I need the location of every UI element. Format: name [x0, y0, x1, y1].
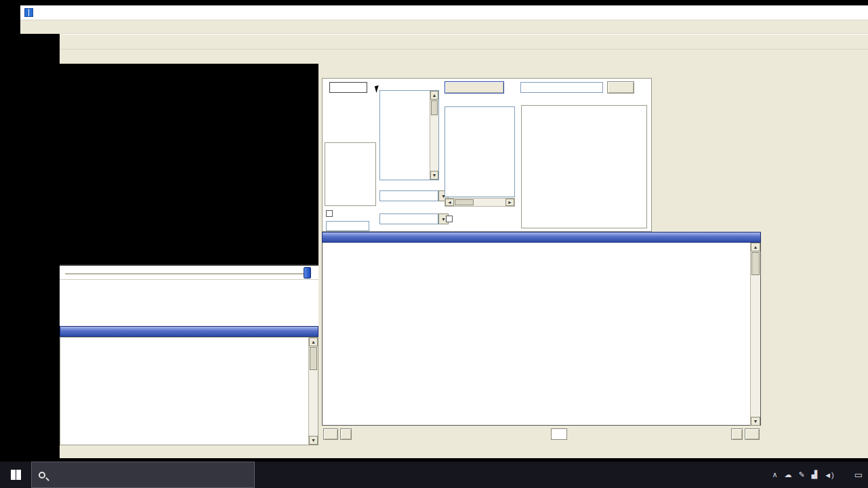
chart-notes-area: [60, 279, 318, 326]
procedure-list-button[interactable]: [445, 81, 504, 94]
app-icon: [24, 8, 33, 17]
scroll-down-icon[interactable]: ▼: [751, 417, 760, 426]
menubar: [20, 20, 868, 34]
first-page-button[interactable]: [323, 428, 338, 440]
prognosis-dropdown[interactable]: ▼: [379, 190, 449, 201]
entry-status-group: [325, 142, 376, 206]
tooth-chart[interactable]: [60, 64, 318, 264]
scroll-up-icon[interactable]: ▲: [751, 243, 760, 251]
volume-icon[interactable]: ◄): [824, 471, 834, 479]
tooth-number-input[interactable]: [329, 82, 367, 93]
clinic-table-header: [322, 232, 761, 243]
titlebar: [20, 5, 868, 20]
procedure-list-hscrollbar[interactable]: ◄ ►: [445, 198, 515, 207]
scroll-thumb[interactable]: [455, 199, 474, 205]
clinic-treatment-table: ▲ ▼: [322, 232, 761, 426]
treatment-plans-checkbox-row[interactable]: [446, 216, 455, 222]
priority-value: [379, 214, 438, 224]
scroll-thumb[interactable]: [310, 347, 317, 370]
page-number-box[interactable]: [551, 428, 567, 440]
scroll-left-icon[interactable]: ◄: [445, 199, 454, 206]
diagnosis-list[interactable]: ▲ ▼: [379, 90, 439, 180]
hidden-icons-chevron-icon[interactable]: ∧: [772, 470, 777, 479]
scroll-down-icon[interactable]: ▼: [309, 436, 318, 445]
priority-dropdown[interactable]: ▼: [379, 214, 449, 224]
chart-date-slider: [60, 264, 318, 279]
scroll-down-icon[interactable]: ▼: [430, 171, 438, 180]
scroll-thumb[interactable]: [431, 100, 438, 115]
windows-logo-icon: [11, 470, 21, 480]
notification-center-icon[interactable]: ▭: [854, 470, 863, 480]
enter-treatment-panel: ▲ ▼ ▼ ▼: [322, 78, 652, 232]
scroll-right-icon[interactable]: ►: [505, 199, 514, 206]
today-checkbox[interactable]: [326, 210, 333, 217]
screen: ▲ ▼ ▲: [0, 0, 868, 488]
scroll-up-icon[interactable]: ▲: [430, 91, 438, 100]
search-icon: [39, 472, 45, 479]
toolbar-second: [60, 49, 868, 64]
single-click-group: [521, 105, 647, 228]
taskbar: ∧ ☁ ✎ ▟ ◄) ▭: [0, 462, 868, 488]
procedure-category-list[interactable]: [445, 106, 515, 197]
app-window: ▲ ▼ ▲: [20, 5, 868, 458]
start-button[interactable]: [0, 462, 31, 488]
system-tray: ∧ ☁ ✎ ▟ ◄) ▭: [772, 470, 868, 480]
onedrive-icon[interactable]: ☁: [784, 470, 791, 479]
sidebar: [20, 34, 60, 458]
network-icon[interactable]: ▟: [812, 470, 817, 479]
today-checkbox-row[interactable]: [326, 210, 335, 217]
help-button[interactable]: [37, 5, 66, 20]
toolbar-top: [60, 34, 868, 49]
patient-info-panel: ▲ ▼: [60, 337, 318, 445]
scroll-up-icon[interactable]: ▲: [309, 338, 318, 346]
treatment-date-input[interactable]: [326, 221, 369, 231]
proc-code-input[interactable]: [520, 82, 603, 93]
slider-handle[interactable]: [304, 267, 311, 279]
minimize-button[interactable]: [66, 5, 96, 20]
last-page-button[interactable]: [745, 428, 760, 440]
prev-page-button[interactable]: [340, 428, 352, 440]
pen-icon[interactable]: ✎: [798, 470, 804, 479]
treatment-plans-checkbox[interactable]: [446, 216, 453, 222]
maximize-button[interactable]: [96, 5, 126, 20]
clinic-pagination: [322, 428, 761, 441]
next-page-button[interactable]: [731, 428, 743, 440]
ok-button[interactable]: [607, 81, 634, 94]
slider-track: [65, 273, 309, 274]
patient-info-header: [60, 326, 318, 337]
taskbar-search[interactable]: [31, 462, 255, 488]
scroll-thumb[interactable]: [751, 252, 760, 275]
clinic-scrollbar[interactable]: ▲ ▼: [750, 243, 760, 426]
patient-info-scrollbar[interactable]: ▲ ▼: [308, 338, 318, 445]
close-button[interactable]: [126, 5, 156, 20]
prognosis-value: [379, 190, 438, 201]
